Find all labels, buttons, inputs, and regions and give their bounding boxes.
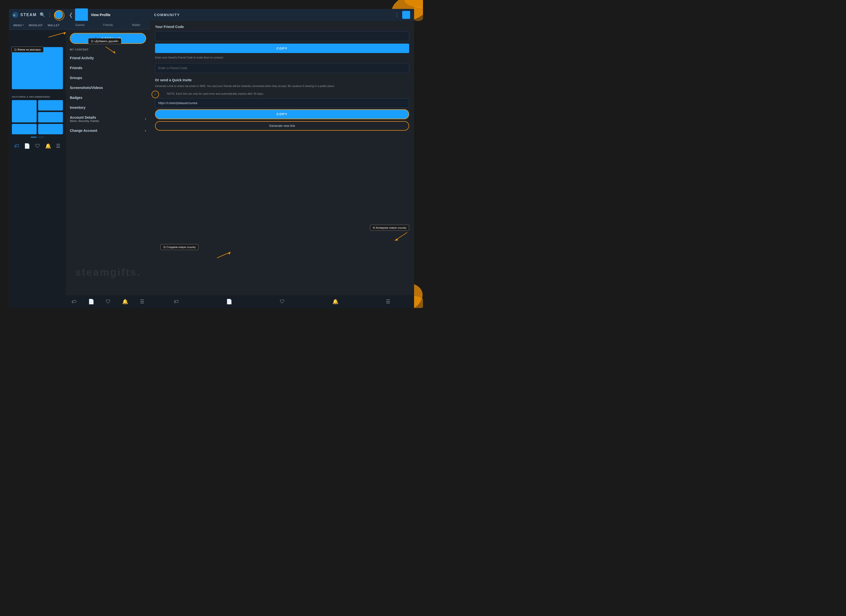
change-account-label: Change Account <box>70 129 97 132</box>
featured-item-1 <box>12 100 37 122</box>
friend-code-display <box>155 31 409 41</box>
menu-dots-icon[interactable]: ⋮ <box>47 12 52 18</box>
mid-shield-icon[interactable]: 🛡 <box>106 299 111 304</box>
wallet-nav-item[interactable]: WALLET <box>45 21 62 29</box>
menu-arrow-icon: ▾ <box>22 24 24 26</box>
callout-4: 4) Копируем новую ссылку <box>370 225 409 231</box>
profile-tabs: Games Friends Wallet <box>66 21 150 29</box>
left-bottom-nav: 🏷 📄 🛡 🔔 ☰ <box>9 140 66 152</box>
svg-point-1 <box>404 0 423 9</box>
featured-item-2 <box>38 100 63 110</box>
change-account-chevron-icon: › <box>145 128 146 133</box>
copy-button-1[interactable]: COPY <box>155 44 409 53</box>
svg-marker-10 <box>63 32 66 35</box>
steam-header: ⚙ STEAM 🔍 ⋮ <box>9 9 66 21</box>
friend-code-input[interactable] <box>155 63 409 73</box>
right-shield-icon[interactable]: 🛡 <box>280 299 285 304</box>
svg-line-9 <box>48 32 66 37</box>
mid-bottom-nav: 🏷 📄 🛡 🔔 ☰ <box>66 295 150 308</box>
right-document-icon[interactable]: 📄 <box>226 298 232 304</box>
mid-tag-icon[interactable]: 🏷 <box>72 299 76 304</box>
user-avatar[interactable] <box>54 11 63 19</box>
right-tag-icon[interactable]: 🏷 <box>174 299 179 304</box>
search-icon[interactable]: 🔍 <box>40 12 45 18</box>
svg-text:⚙: ⚙ <box>13 14 16 17</box>
friend-code-helper-text: Enter your friend's Friend Code to invit… <box>155 56 409 60</box>
note-text: NOTE: Each link can only be used once an… <box>162 92 409 96</box>
steam-wordmark: STEAM <box>20 13 37 17</box>
callout-1: 1) Жмем на аватарку <box>12 47 44 53</box>
back-button[interactable]: ❮ <box>69 12 73 18</box>
invite-link-text: https://s.team/p/ваша/ссылка <box>158 101 197 105</box>
right-header: COMMUNITY ⋮ <box>150 9 414 21</box>
svg-line-13 <box>217 252 231 258</box>
steam-logo: ⚙ STEAM <box>12 12 37 18</box>
note-area: ✓ NOTE: Each link can only be used once … <box>155 92 409 96</box>
dot-2 <box>38 137 44 138</box>
mid-document-icon[interactable]: 📄 <box>88 298 94 304</box>
svg-marker-14 <box>228 252 231 255</box>
featured-item-3 <box>38 112 63 122</box>
mid-bell-icon[interactable]: 🔔 <box>122 298 128 304</box>
right-bell-icon[interactable]: 🔔 <box>332 298 339 304</box>
copy-button-2[interactable]: COPY <box>155 109 409 119</box>
shield-icon[interactable]: 🛡 <box>35 143 40 149</box>
right-panel: COMMUNITY ⋮ Your Friend Code COPY Enter … <box>150 9 414 308</box>
document-icon[interactable]: 📄 <box>24 143 30 149</box>
menu-item-friends[interactable]: Friends <box>66 63 150 73</box>
menu-item-groups[interactable]: Groups <box>66 73 150 83</box>
generate-new-link-button[interactable]: Generate new link <box>155 121 409 131</box>
left-panel: ⚙ STEAM 🔍 ⋮ MENU ▾ WISHLIST WALLET 1) Жм… <box>9 9 66 308</box>
header-icons: 🔍 ⋮ <box>40 11 63 19</box>
svg-line-15 <box>395 232 407 241</box>
tab-games[interactable]: Games <box>66 21 94 29</box>
featured-item-4 <box>12 124 37 134</box>
account-label: Account Details <box>70 115 99 119</box>
right-bottom-nav: 🏷 📄 🛡 🔔 ☰ <box>150 295 414 308</box>
progress-dots <box>9 137 66 138</box>
view-profile-button[interactable]: View Profile <box>91 13 110 17</box>
tab-wallet[interactable]: Wallet <box>122 21 150 29</box>
right-content: Your Friend Code COPY Enter your friend'… <box>150 21 414 295</box>
featured-item-5 <box>38 124 63 134</box>
menu-item-account[interactable]: Account Details Store, Security, Family … <box>66 113 150 125</box>
checkmark-icon: ✓ <box>154 93 157 96</box>
mid-panel: ❮ View Profile 2) «Добавить друзей» Game… <box>66 9 150 308</box>
main-wrapper: ⚙ STEAM 🔍 ⋮ MENU ▾ WISHLIST WALLET 1) Жм… <box>9 9 414 308</box>
hamburger-icon[interactable]: ☰ <box>56 143 60 149</box>
menu-item-badges[interactable]: Badges <box>66 93 150 103</box>
account-subtitle: Store, Security, Family <box>70 119 99 122</box>
menu-item-inventory[interactable]: Inventory <box>66 103 150 113</box>
svg-marker-16 <box>395 239 398 241</box>
profile-area: View Profile <box>73 9 147 21</box>
featured-label: FEATURED & RECOMMENDED <box>12 96 63 98</box>
tag-icon[interactable]: 🏷 <box>15 143 19 149</box>
menu-nav-item[interactable]: MENU ▾ <box>11 21 26 29</box>
menu-item-friend-activity[interactable]: Friend Activity <box>66 53 150 63</box>
profile-avatar <box>75 9 88 21</box>
menu-item-change-account[interactable]: Change Account › <box>66 125 150 136</box>
callout-2: 2) «Добавить друзей» <box>88 38 121 44</box>
featured-image <box>12 47 63 89</box>
menu-item-screenshots[interactable]: Screenshots/Videos <box>66 83 150 93</box>
callout-3: 3) Создаем новую ссылку <box>160 244 198 250</box>
friend-code-title: Your Friend Code <box>155 25 409 29</box>
community-avatar <box>402 11 410 19</box>
featured-grid <box>12 100 63 134</box>
dot-1 <box>31 137 37 138</box>
quick-invite-title: Or send a Quick Invite <box>155 78 409 82</box>
mid-menu-items: Friend Activity Friends Groups Screensho… <box>66 53 150 295</box>
bell-icon[interactable]: 🔔 <box>45 143 51 149</box>
account-chevron-icon: › <box>145 117 146 121</box>
nav-bar: MENU ▾ WISHLIST WALLET <box>9 21 66 30</box>
wishlist-nav-item[interactable]: WISHLIST <box>26 21 45 29</box>
community-menu-icon[interactable]: ⋮ <box>395 12 399 18</box>
mid-header: ❮ View Profile <box>66 9 150 21</box>
featured-recommended: FEATURED & RECOMMENDED <box>9 93 66 137</box>
right-header-icons: ⋮ <box>395 11 410 19</box>
steam-icon: ⚙ <box>12 12 19 18</box>
tab-friends[interactable]: Friends <box>94 21 122 29</box>
mid-hamburger-icon[interactable]: ☰ <box>140 298 144 304</box>
right-hamburger-icon[interactable]: ☰ <box>386 298 390 304</box>
featured-section <box>12 47 63 91</box>
